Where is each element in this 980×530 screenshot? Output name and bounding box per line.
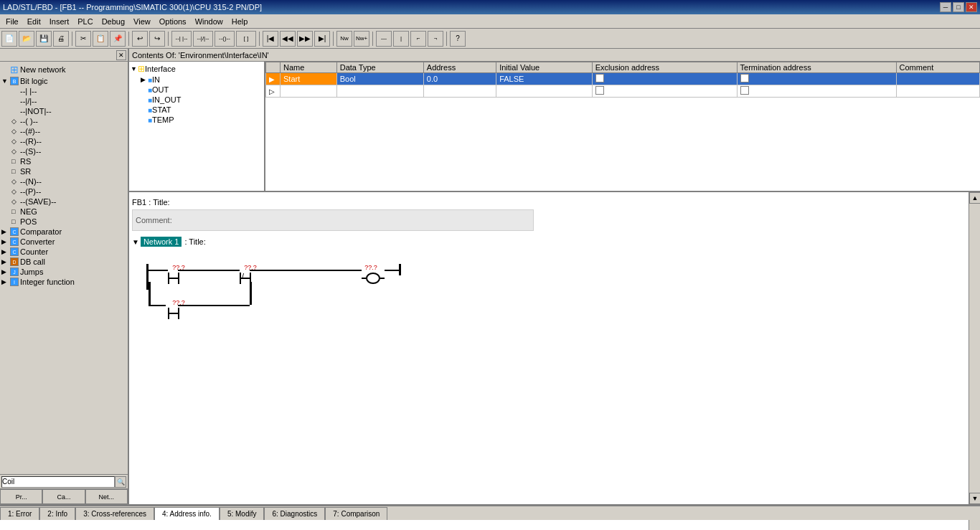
sidebar-item-bit-logic[interactable]: ▼ B Bit logic <box>1 76 126 86</box>
insert-contact-no[interactable]: --| |-- <box>171 31 192 47</box>
go-first[interactable]: |◀ <box>263 31 278 47</box>
termination-checkbox-2[interactable] <box>740 86 749 95</box>
contact-1: ??.? <box>168 264 189 284</box>
go-next[interactable]: ▶▶ <box>297 31 313 47</box>
go-last[interactable]: ▶| <box>314 31 330 47</box>
iface-tree-root[interactable]: ▼ ⊞ Interface <box>131 63 263 75</box>
save-button[interactable]: 💾 <box>36 31 52 47</box>
open-branch[interactable]: ⌐ <box>410 31 426 47</box>
table-row[interactable]: ▶ Start Bool 0.0 FALSE <box>266 73 980 85</box>
iface-tree-in[interactable]: ▶ ■ IN <box>131 75 263 85</box>
minimize-button[interactable]: ─ <box>940 2 951 12</box>
sidebar-item-contact-no[interactable]: --| |-- <box>1 86 126 96</box>
counter-icon: C <box>10 247 19 256</box>
sidebar-item-db-call[interactable]: ▶ D DB call <box>1 257 126 267</box>
sidebar-item-integer-function[interactable]: ▶ I Integer function <box>1 277 126 287</box>
tab-modify[interactable]: 5: Modify <box>220 507 265 520</box>
iface-tree-in-out[interactable]: ■ IN_OUT <box>131 95 263 105</box>
v-wire[interactable]: | <box>393 31 409 47</box>
sidebar-item-contact-not[interactable]: --|NOT|-- <box>1 106 126 116</box>
new-button[interactable]: 📄 <box>1 31 17 47</box>
cut-button[interactable]: ✂ <box>75 31 91 47</box>
sidebar-item-contact-nc[interactable]: --|/|-- <box>1 96 126 106</box>
menu-debug[interactable]: Debug <box>98 16 129 27</box>
converter-label: Converter <box>20 237 55 246</box>
comment-box[interactable]: Comment: <box>132 209 534 231</box>
tab-address-info[interactable]: 4: Address info. <box>154 507 220 520</box>
tab-program-elements[interactable]: Pr... <box>0 489 42 504</box>
sidebar-item-coil-set[interactable]: ◇ --(#)-- <box>1 126 126 136</box>
tab-comparison[interactable]: 7: Comparison <box>325 507 387 520</box>
tab-cross-ref[interactable]: 3: Cross-references <box>75 507 154 520</box>
sidebar-item-counter[interactable]: ▶ C Counter <box>1 247 126 257</box>
sidebar-item-coil-s[interactable]: ◇ --(S)-- <box>1 146 126 156</box>
close-branch[interactable]: ¬ <box>428 31 443 47</box>
copy-button[interactable]: 📋 <box>93 31 108 47</box>
sidebar-item-coil-r[interactable]: ◇ --(R)-- <box>1 136 126 146</box>
insert-box[interactable]: [ ] <box>236 31 256 47</box>
print-button[interactable]: 🖨 <box>53 31 69 47</box>
exclusion-checkbox-1[interactable] <box>595 74 604 82</box>
close-button[interactable]: ✕ <box>966 2 977 12</box>
h-wire[interactable]: — <box>376 31 392 47</box>
iface-tree-temp[interactable]: ■ TEMP <box>131 115 263 125</box>
menu-insert[interactable]: Insert <box>45 16 74 27</box>
sidebar-item-coil-p[interactable]: ◇ --(P)-- <box>1 186 126 197</box>
menu-view[interactable]: View <box>129 16 155 27</box>
help-button[interactable]: ? <box>450 31 466 47</box>
title-bar: LAD/STL/FBD - [FB1 -- Programming\SIMATI… <box>0 0 980 14</box>
db-call-expand-icon: ▶ <box>1 258 10 265</box>
network-expand-button[interactable]: ▼ <box>132 238 139 246</box>
iface-tree-stat[interactable]: ■ STAT <box>131 105 263 115</box>
programming-canvas[interactable]: FB1 : Title: Comment: ▼ Network 1 : Titl… <box>129 192 969 504</box>
row-2-name[interactable] <box>281 85 337 98</box>
tab-networks[interactable]: Net... <box>85 489 128 504</box>
rs-icon: □ <box>11 158 20 165</box>
network-button-1[interactable]: Nw <box>336 31 352 47</box>
redo-button[interactable]: ↪ <box>149 31 165 47</box>
scroll-thumb[interactable] <box>969 204 980 493</box>
search-button[interactable]: 🔍 <box>115 476 126 488</box>
iface-tree-out[interactable]: ■ OUT <box>131 85 263 95</box>
tab-info[interactable]: 2: Info <box>39 507 75 520</box>
sidebar-item-jumps[interactable]: ▶ J Jumps <box>1 267 126 277</box>
insert-coil[interactable]: --()-- <box>215 31 235 47</box>
menu-edit[interactable]: Edit <box>23 16 45 27</box>
menu-plc[interactable]: PLC <box>73 16 97 27</box>
tab-diagnostics[interactable]: 6: Diagnostics <box>264 507 325 520</box>
maximize-button[interactable]: □ <box>953 2 964 12</box>
sidebar-item-comparator[interactable]: ▶ C Comparator <box>1 227 126 237</box>
undo-button[interactable]: ↩ <box>132 31 148 47</box>
contact-1-mid <box>169 278 178 279</box>
new-network-item[interactable]: ⊞ New network <box>1 63 126 76</box>
tab-error[interactable]: 1: Error <box>0 507 39 520</box>
scroll-up-button[interactable]: ▲ <box>969 192 980 204</box>
row-1-name[interactable]: Start <box>281 73 337 85</box>
contact-3: ??.? <box>168 299 189 319</box>
paste-button[interactable]: 📌 <box>110 31 126 47</box>
sidebar-item-coil[interactable]: ◇ --( )-- <box>1 116 126 126</box>
sidebar-item-coil-n[interactable]: ◇ --(N)-- <box>1 176 126 186</box>
tab-call-hierarchy[interactable]: Ca... <box>42 489 85 504</box>
sidebar-item-neg[interactable]: □ NEG <box>1 207 126 217</box>
sidebar-item-converter[interactable]: ▶ C Converter <box>1 237 126 247</box>
menu-file[interactable]: File <box>1 16 23 27</box>
termination-checkbox-1[interactable] <box>740 74 749 82</box>
menu-options[interactable]: Options <box>155 16 191 27</box>
network-button-2[interactable]: Nw+ <box>354 31 369 47</box>
exclusion-checkbox-2[interactable] <box>595 86 604 95</box>
sidebar-item-sr[interactable]: □ SR <box>1 166 126 176</box>
sidebar-item-coil-save[interactable]: ◇ --(SAVE)-- <box>1 197 126 207</box>
wire-1 <box>149 270 168 271</box>
scroll-down-button[interactable]: ▼ <box>969 493 980 504</box>
sidebar-item-rs[interactable]: □ RS <box>1 156 126 166</box>
table-row[interactable]: ▷ <box>266 85 980 98</box>
menu-window[interactable]: Window <box>191 16 227 27</box>
search-input[interactable] <box>1 476 115 488</box>
open-button[interactable]: 📂 <box>19 31 34 47</box>
go-prev[interactable]: ◀◀ <box>280 31 296 47</box>
sidebar-item-pos[interactable]: □ POS <box>1 217 126 227</box>
left-panel-close[interactable]: ✕ <box>116 50 126 60</box>
menu-help[interactable]: Help <box>227 16 253 27</box>
insert-contact-nc[interactable]: --|/|-- <box>193 31 213 47</box>
